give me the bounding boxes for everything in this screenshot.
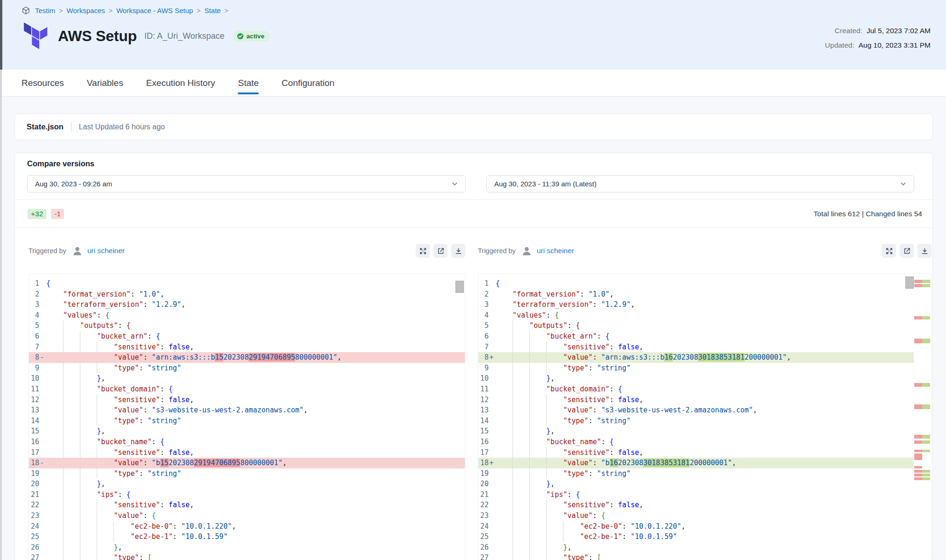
line-number: 1 (29, 278, 39, 289)
right-panel-header: Triggered by uri scheiner (478, 228, 932, 274)
version-select-left[interactable]: Aug 30, 2023 - 09:26 am (27, 175, 466, 192)
breadcrumb-link[interactable]: Workspace - AWS Setup (116, 7, 193, 14)
code-line: 10}, (29, 373, 465, 384)
line-number: 24 (29, 521, 39, 532)
diff-marker (39, 310, 45, 321)
code-line: 14"type": "string" (29, 416, 465, 426)
diff-marker (39, 426, 45, 437)
expand-button[interactable] (882, 244, 896, 258)
breadcrumb-link[interactable]: State (204, 7, 220, 14)
code-line: 16"bucket_name": { (478, 437, 914, 447)
compare-card: Compare versions Aug 30, 2023 - 09:26 am… (14, 153, 933, 560)
code-line: 27"type": [ (478, 553, 914, 560)
tab-variables[interactable]: Variables (87, 70, 123, 96)
line-number: 24 (478, 521, 489, 532)
open-external-button[interactable] (434, 244, 448, 258)
code-line: 17"sensitive": false, (29, 447, 465, 458)
code-line: 17"sensitive": false, (478, 447, 914, 458)
line-number: 10 (29, 373, 39, 384)
ruler-change-mark (914, 450, 930, 452)
line-number: 4 (478, 310, 489, 321)
diff-marker (489, 426, 494, 437)
code-line: 13"value": "s3-website-us-west-2.amazona… (478, 405, 914, 416)
deletions-badge: -1 (51, 209, 64, 219)
tab-resources[interactable]: Resources (21, 70, 64, 96)
code-line: 19"type": "string" (29, 468, 465, 479)
diff-marker (489, 447, 494, 458)
line-number: 17 (29, 447, 39, 458)
line-number: 1 (478, 278, 489, 289)
breadcrumb-separator: > (224, 7, 228, 14)
download-button[interactable] (451, 244, 465, 258)
breadcrumb-link[interactable]: Testim (35, 7, 55, 14)
line-number: 27 (478, 553, 489, 560)
code-line: 15}, (29, 426, 465, 437)
ruler-change-mark (914, 474, 930, 476)
page-title: AWS Setup (58, 28, 137, 45)
download-button[interactable] (918, 244, 932, 258)
diff-stats-bar: +32 -1 Total lines 612 | Changed lines 5… (15, 200, 932, 227)
code-line: 3"terraform_version": "1.2.9", (29, 299, 465, 310)
breadcrumb: Testim>Workspaces>Workspace - AWS Setup>… (21, 6, 228, 15)
external-link-icon (437, 247, 445, 255)
diff-editor-original: 1{2"format_version": "1.0",3"terraform_v… (28, 274, 465, 560)
line-number: 10 (478, 373, 489, 384)
open-external-button[interactable] (900, 244, 914, 258)
code-line: 18+"value": "b16202308301838531812000000… (478, 458, 914, 468)
tab-configuration[interactable]: Configuration (282, 70, 334, 96)
expand-icon (419, 247, 427, 255)
breadcrumb-link[interactable]: Workspaces (67, 7, 105, 14)
expand-icon (885, 247, 893, 255)
diff-marker (39, 553, 45, 560)
line-number: 13 (29, 405, 39, 416)
code-line: 27"type": [ (29, 553, 465, 560)
diff-marker (39, 373, 45, 384)
version-select-left-value: Aug 30, 2023 - 09:26 am (35, 180, 112, 188)
ruler-change-mark (914, 440, 930, 444)
code-line: 24"ec2-be-0": "10.0.1.220", (478, 521, 914, 532)
code-line: 2"format_version": "1.0", (29, 289, 465, 300)
triggered-by-user-link[interactable]: uri scheiner (87, 247, 125, 255)
code-line: 13"value": "s3-website-us-west-2.amazona… (29, 405, 465, 416)
line-number: 23 (29, 510, 39, 521)
line-number: 6 (29, 331, 39, 342)
created-label: Created: (835, 27, 862, 35)
code-line: 11"bucket_domain": { (478, 384, 914, 395)
tab-bar: ResourcesVariablesExecution HistoryState… (0, 70, 946, 97)
ruler-change-mark (914, 284, 930, 287)
cube-icon (21, 6, 30, 15)
version-select-right[interactable]: Aug 30, 2023 - 11:39 am (Latest) (486, 175, 914, 192)
status-badge: active (233, 31, 270, 42)
tab-state[interactable]: State (238, 70, 258, 96)
user-avatar-icon (521, 246, 532, 256)
code-line: 3"terraform_version": "1.2.9", (478, 299, 914, 310)
line-number: 9 (478, 363, 489, 374)
expand-button[interactable] (416, 244, 430, 258)
code-line: 19"type": "string" (478, 468, 914, 479)
diff-marker (39, 542, 45, 553)
diff-overview-ruler (914, 274, 931, 560)
window-edge (0, 70, 2, 560)
download-icon (455, 247, 462, 255)
diff-marker (39, 289, 45, 300)
left-panel-header: Triggered by uri scheiner (28, 228, 465, 274)
line-number: 11 (29, 384, 39, 395)
code-line: 16"bucket_name": { (29, 437, 465, 447)
triggered-by-label: Triggered by (478, 247, 516, 255)
triggered-by-user-link[interactable]: uri scheiner (537, 247, 574, 255)
scrollbar-handle[interactable] (905, 276, 914, 289)
code-line: 8-"value": "arn:aws:s3:::b15202308291947… (29, 352, 465, 363)
diff-marker: - (39, 352, 45, 363)
diff-marker (39, 320, 45, 331)
code-line: 7"sensitive": false, (29, 342, 465, 353)
line-number: 17 (478, 447, 489, 458)
tab-execution-history[interactable]: Execution History (146, 70, 215, 96)
scrollbar-handle[interactable] (455, 281, 464, 293)
line-number: 21 (478, 489, 489, 500)
code-line: 23"value": { (478, 510, 914, 521)
code-line: 9"type": "string" (29, 363, 465, 374)
code-line: 1{ (478, 278, 914, 289)
diff-marker (39, 299, 45, 310)
line-number: 3 (478, 299, 489, 310)
code-line: 24"ec2-be-0": "10.0.1.220", (29, 521, 465, 532)
